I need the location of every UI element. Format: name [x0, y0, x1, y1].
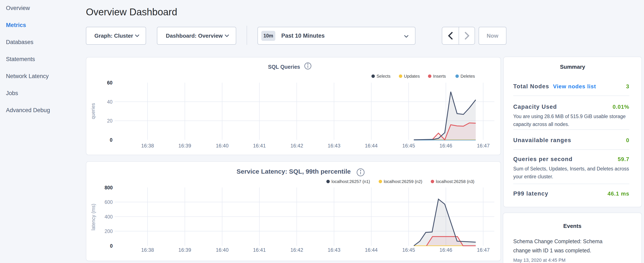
svg-text:16:42: 16:42	[290, 247, 303, 253]
svg-text:16:43: 16:43	[328, 247, 340, 253]
svg-text:400: 400	[104, 214, 113, 220]
svg-text:16:47: 16:47	[477, 143, 490, 149]
svg-text:Deletes: Deletes	[460, 74, 475, 79]
svg-text:16:43: 16:43	[328, 143, 340, 149]
svg-text:16:40: 16:40	[216, 143, 228, 149]
svg-text:16:46: 16:46	[440, 143, 452, 149]
svg-text:20: 20	[107, 118, 112, 124]
svg-text:localhost:26258 (n3): localhost:26258 (n3)	[436, 179, 474, 184]
svg-text:16:42: 16:42	[290, 143, 303, 149]
svg-text:60: 60	[107, 80, 112, 86]
svg-text:16:47: 16:47	[477, 247, 490, 253]
svg-text:16:45: 16:45	[402, 143, 415, 149]
svg-text:16:41: 16:41	[253, 247, 266, 253]
svg-text:16:46: 16:46	[440, 247, 452, 253]
svg-text:latency (ms): latency (ms)	[90, 204, 96, 230]
svg-text:Selects: Selects	[376, 74, 390, 79]
svg-text:40: 40	[107, 99, 112, 105]
svg-text:16:44: 16:44	[365, 143, 378, 149]
svg-text:Service Latency: SQL, 99th per: Service Latency: SQL, 99th percentile	[237, 168, 351, 175]
svg-text:16:38: 16:38	[141, 143, 154, 149]
svg-text:16:44: 16:44	[365, 247, 378, 253]
svg-text:SQL Queries: SQL Queries	[268, 64, 300, 70]
svg-text:600: 600	[104, 199, 113, 205]
svg-text:localhost:26257 (n1): localhost:26257 (n1)	[332, 179, 370, 184]
svg-text:16:41: 16:41	[253, 143, 266, 149]
svg-text:0: 0	[110, 243, 113, 249]
svg-text:16:38: 16:38	[141, 247, 154, 253]
svg-text:Updates: Updates	[404, 74, 420, 79]
svg-text:Inserts: Inserts	[433, 74, 446, 79]
svg-text:16:39: 16:39	[178, 247, 191, 253]
svg-text:localhost:26259 (n2): localhost:26259 (n2)	[384, 179, 422, 184]
svg-text:200: 200	[104, 228, 113, 234]
svg-text:16:40: 16:40	[216, 247, 228, 253]
svg-text:16:45: 16:45	[402, 247, 415, 253]
svg-text:0: 0	[110, 137, 112, 143]
svg-text:800: 800	[104, 185, 113, 190]
svg-text:queries: queries	[90, 103, 96, 119]
svg-text:16:39: 16:39	[178, 143, 191, 149]
